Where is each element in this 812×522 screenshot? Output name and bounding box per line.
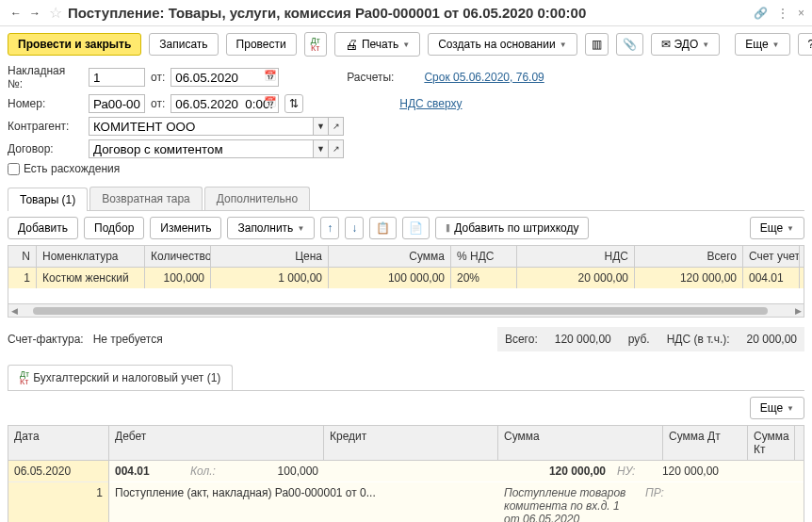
accounting-table: Дата Дебет Кредит Сумма Сумма Дт Сумма К… xyxy=(8,425,804,522)
quantity-label: Кол.: xyxy=(185,461,232,481)
th-n[interactable]: N xyxy=(8,246,37,267)
open-button[interactable]: ↗ xyxy=(329,139,344,158)
th-sum[interactable]: Сумма xyxy=(329,246,451,267)
number-date-input[interactable] xyxy=(171,94,279,113)
change-button[interactable]: Изменить xyxy=(150,217,221,239)
contract-input[interactable] xyxy=(89,139,314,158)
related-button[interactable]: ▥ xyxy=(585,33,609,56)
favorite-star-icon[interactable]: ☆ xyxy=(49,4,62,22)
posting-note: Поступление товаров комитента по вх.д. 1… xyxy=(498,482,640,522)
totals-box: Всего: 120 000,00 руб. НДС (в т.ч.): 20 … xyxy=(497,327,804,351)
post-button[interactable]: Провести xyxy=(226,33,297,56)
th-account[interactable]: Счет учета xyxy=(743,246,800,267)
total-value: 120 000,00 xyxy=(555,333,611,346)
attachment-button[interactable]: 📎 xyxy=(616,33,643,56)
cell-price: 1 000,00 xyxy=(211,268,329,288)
nav-forward-button[interactable]: → xyxy=(26,5,43,22)
help-button[interactable]: ? xyxy=(798,33,812,56)
th-date[interactable]: Дата xyxy=(8,426,109,460)
cell-total: 120 000,00 xyxy=(635,268,743,288)
move-up-button[interactable]: ↑ xyxy=(320,217,339,239)
more-button[interactable]: Еще▼ xyxy=(735,33,789,56)
th-sumdt[interactable]: Сумма Дт xyxy=(663,426,748,460)
edo-button[interactable]: ✉ЭДО▼ xyxy=(651,33,721,56)
link-icon[interactable]: 🔗 xyxy=(754,7,768,20)
pick-button[interactable]: Подбор xyxy=(84,217,144,239)
dtkt-button[interactable]: ДтКт xyxy=(304,32,327,57)
invoice-facture-label: Счет-фактура: xyxy=(8,333,84,346)
th-price[interactable]: Цена xyxy=(211,246,329,267)
fill-button[interactable]: Заполнить▼ xyxy=(227,217,315,239)
th-total[interactable]: Всего xyxy=(635,246,743,267)
horizontal-scrollbar[interactable]: ◀▶ xyxy=(8,304,804,318)
post-and-close-button[interactable]: Провести и закрыть xyxy=(8,33,141,56)
cell-vat-rate: 20% xyxy=(451,268,517,288)
counterparty-label: Контрагент: xyxy=(8,120,83,133)
th-sum[interactable]: Сумма xyxy=(498,426,663,460)
tab-additional[interactable]: Дополнительно xyxy=(204,187,310,210)
more-button-sub[interactable]: Еще▼ xyxy=(750,217,804,239)
tab-goods[interactable]: Товары (1) xyxy=(8,188,88,211)
goods-table: N Номенклатура Количество Цена Сумма % Н… xyxy=(8,245,804,304)
acc-row-number: 1 xyxy=(8,482,108,522)
total-label: Всего: xyxy=(505,333,538,346)
discrepancy-checkbox[interactable] xyxy=(8,163,20,175)
tab-accounting[interactable]: ДтКт Бухгалтерский и налоговый учет (1) xyxy=(8,365,233,390)
settlements-link[interactable]: Срок 05.06.2020, 76.09 xyxy=(424,71,544,84)
invoice-date-input[interactable] xyxy=(171,68,279,87)
counterparty-input[interactable] xyxy=(89,117,314,136)
sum-value: 120 000,00 xyxy=(498,461,611,481)
th-credit[interactable]: Кредит xyxy=(324,426,498,460)
vat-value: 20 000,00 xyxy=(747,333,797,346)
table-row[interactable]: 1 Костюм женский 100,000 1 000,00 100 00… xyxy=(8,268,804,288)
window-title: Поступление: Товары, услуги, комиссия Ра… xyxy=(68,5,748,21)
th-debit[interactable]: Дебет xyxy=(109,426,324,460)
dropdown-button[interactable]: ▼ xyxy=(314,139,329,158)
chevron-down-icon: ▼ xyxy=(297,224,304,233)
debit-account: 004.01 xyxy=(109,461,185,481)
add-button[interactable]: Добавить xyxy=(8,217,78,239)
more-button-acc[interactable]: Еще▼ xyxy=(750,397,804,419)
currency-label: руб. xyxy=(628,333,650,346)
dropdown-button[interactable]: ▼ xyxy=(314,117,329,136)
chevron-down-icon: ▼ xyxy=(560,41,567,49)
tab-return-packaging[interactable]: Возвратная тара xyxy=(89,187,203,210)
credit-empty xyxy=(324,461,498,481)
reorder-button[interactable]: ⇅ xyxy=(284,94,303,113)
th-sumkt[interactable]: Сумма Кт xyxy=(748,426,795,460)
printer-icon: 🖨 xyxy=(345,37,358,52)
th-vat-rate[interactable]: % НДС xyxy=(451,246,517,267)
th-quantity[interactable]: Количество xyxy=(145,246,211,267)
vat-mode-link[interactable]: НДС сверху xyxy=(399,97,462,110)
invoice-facture-value: Не требуется xyxy=(93,333,163,346)
calendar-icon[interactable]: 📅 xyxy=(264,70,277,82)
th-vat[interactable]: НДС xyxy=(517,246,635,267)
print-button[interactable]: 🖨Печать▼ xyxy=(334,32,420,57)
chevron-down-icon: ▼ xyxy=(787,404,794,413)
paste-button[interactable]: 📋 xyxy=(369,217,397,239)
cell-account: 004.01 xyxy=(743,268,800,288)
number-input[interactable] xyxy=(89,94,145,113)
add-by-barcode-button[interactable]: ⦀Добавить по штрихкоду xyxy=(435,217,589,239)
nav-back-button[interactable]: ← xyxy=(8,5,24,22)
chevron-down-icon: ▼ xyxy=(772,41,780,49)
menu-icon[interactable]: ⋮ xyxy=(777,7,788,20)
close-icon[interactable]: × xyxy=(798,7,804,20)
nu-label: НУ: xyxy=(611,461,640,481)
discrepancy-label: Есть расхождения xyxy=(24,162,120,175)
th-nomenclature[interactable]: Номенклатура xyxy=(37,246,145,267)
invoice-number-input[interactable] xyxy=(89,68,145,87)
number-label: Номер: xyxy=(8,97,83,110)
mail-icon: ✉ xyxy=(661,38,671,51)
calendar-icon[interactable]: 📅 xyxy=(264,96,277,108)
sumdt-value: 120 000,00 xyxy=(640,461,724,481)
move-down-button[interactable]: ↓ xyxy=(345,217,364,239)
copy-button[interactable]: 📄 xyxy=(402,217,430,239)
create-based-button[interactable]: Создать на основании▼ xyxy=(428,33,577,56)
pr-label: ПР: xyxy=(640,482,668,522)
contract-label: Договор: xyxy=(8,142,83,155)
open-button[interactable]: ↗ xyxy=(329,117,344,136)
settlements-label: Расчеты: xyxy=(347,71,394,84)
save-button[interactable]: Записать xyxy=(149,33,218,56)
chevron-down-icon: ▼ xyxy=(787,224,794,233)
